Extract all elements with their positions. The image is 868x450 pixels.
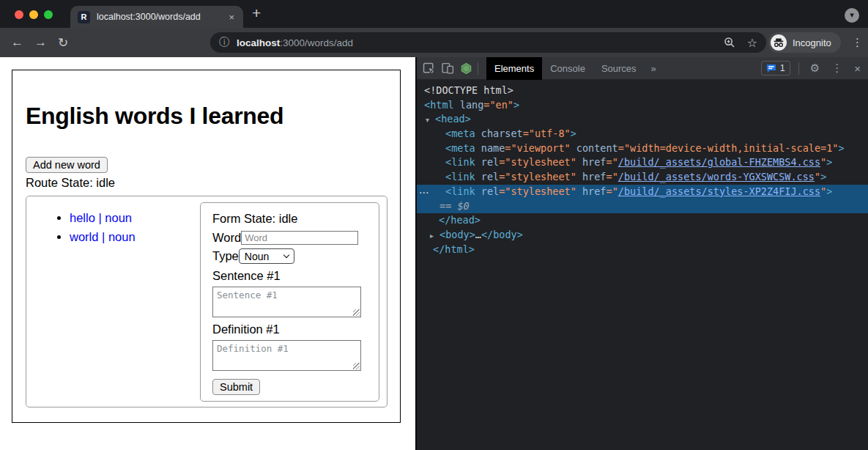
remix-favicon-icon: R [78,11,90,23]
address-bar[interactable]: ⓘ localhost:3000/words/add ☆ [210,32,766,53]
issues-badge[interactable]: 1 [761,61,790,75]
toolbar-divider [478,62,478,75]
dom-tree-row[interactable]: == $0 [417,199,868,214]
dom-tree-row[interactable]: <html lang="en"> [417,98,868,113]
web-page: English words I learned Add new word Rou… [0,57,415,450]
dom-tree-row[interactable]: <!DOCTYPE html> [417,84,868,98]
word-list-item: world | noun [70,227,136,246]
url-host: localhost [237,37,280,48]
dom-tree-row[interactable]: <link rel="stylesheet" href="/build/_ass… [417,170,868,185]
form-state-text: Form State: idle [212,212,367,226]
dom-tree-row[interactable]: ▸<body>…</body> [417,228,868,243]
issues-count: 1 [780,63,785,73]
device-toolbar-icon[interactable] [442,62,454,74]
toolbar-divider [798,62,799,75]
window-close-button[interactable] [15,10,23,19]
type-label: Type [212,249,239,263]
node-devtools-icon[interactable] [460,62,472,75]
dom-tree-row[interactable]: …<link rel="stylesheet" href="/build/_as… [417,185,868,199]
word-list-item: hello | noun [70,208,136,227]
dom-tree: <!DOCTYPE html><html lang="en">▾<head><m… [417,81,868,450]
browser-menu-icon[interactable]: ⋮ [852,36,863,48]
app-container: English words I learned Add new word Rou… [12,70,401,423]
incognito-badge: Incognito [768,32,841,53]
word-link[interactable]: world | noun [70,230,136,243]
word-label: Word [212,231,241,245]
browser-toolbar: ← → ↻ ⓘ localhost:3000/words/add ☆ Incog… [0,28,868,57]
tab-title: localhost:3000/words/add [97,12,227,22]
route-state-text: Route State: idle [26,176,115,190]
dom-tree-row[interactable]: </html> [417,243,868,257]
inspect-element-icon[interactable] [423,62,436,74]
devtools-toolbar: ElementsConsoleSources » 1 ⚙ ⋮ × [417,57,868,80]
devtools-panel: ElementsConsoleSources » 1 ⚙ ⋮ × <!DOCTY… [415,57,868,450]
collapse-arrow-icon[interactable]: ▾ [426,113,435,128]
devtools-menu-icon[interactable]: ⋮ [831,62,842,75]
incognito-icon [771,34,787,51]
window-minimize-button[interactable] [29,10,38,19]
sentence-textarea[interactable] [212,287,361,317]
devtools-tab-sources[interactable]: Sources [593,57,645,80]
add-new-word-button[interactable]: Add new word [26,157,108,173]
settings-gear-icon[interactable]: ⚙ [810,62,820,75]
devtools-tabs: ElementsConsoleSources [486,57,645,80]
dom-tree-row[interactable]: <meta name="viewport" content="width=dev… [417,141,868,156]
tab-close-icon[interactable]: × [227,12,236,23]
content-area: English words I learned Add new word Rou… [0,57,868,450]
chevron-down-icon [283,252,289,258]
more-tabs-icon[interactable]: » [645,57,663,80]
add-word-form: Form State: idle Word Type Noun [200,202,379,402]
site-info-icon[interactable]: ⓘ [219,36,229,49]
type-select[interactable]: Noun [239,248,294,264]
dom-tree-row[interactable]: ▾<head> [417,112,868,127]
reload-icon[interactable]: ↻ [58,35,68,51]
word-link[interactable]: hello | noun [70,211,132,224]
url-path: :3000/words/add [280,37,353,48]
devtools-tab-elements[interactable]: Elements [486,57,542,80]
bookmark-star-icon[interactable]: ☆ [747,36,757,50]
type-select-value: Noun [245,251,269,262]
url-text[interactable]: localhost:3000/words/add [237,37,712,48]
word-input[interactable] [241,231,358,245]
window-zoom-button[interactable] [44,10,53,19]
gutter-dots-icon[interactable]: … [419,183,429,198]
incognito-label: Incognito [793,37,831,48]
devtools-tab-console[interactable]: Console [542,57,593,80]
tab-strip: R localhost:3000/words/add × + ▾ [0,0,868,28]
dom-tree-row[interactable]: <link rel="stylesheet" href="/build/_ass… [417,155,868,170]
words-panel: hello | nounworld | noun Form State: idl… [26,196,387,407]
definition-textarea[interactable] [212,340,361,371]
submit-button[interactable]: Submit [212,379,260,395]
word-list: hello | nounworld | noun [42,208,136,246]
new-tab-button[interactable]: + [252,4,261,22]
back-icon[interactable]: ← [11,35,23,50]
tab-search-button[interactable]: ▾ [845,8,859,23]
browser-window: R localhost:3000/words/add × + ▾ ← → ↻ ⓘ… [0,0,868,450]
issues-bubble-icon [766,64,776,73]
dom-tree-row[interactable]: </head> [417,213,868,228]
sentence-label: Sentence #1 [212,269,367,283]
definition-label: Definition #1 [212,322,367,336]
zoom-icon[interactable] [724,37,735,48]
browser-tab[interactable]: R localhost:3000/words/add × [70,6,243,28]
page-title: English words I learned [26,103,283,130]
devtools-close-icon[interactable]: × [854,62,861,75]
forward-icon[interactable]: → [34,35,47,50]
expand-arrow-icon[interactable]: ▸ [430,229,439,243]
dom-tree-row[interactable]: <meta charset="utf-8"> [417,127,868,141]
